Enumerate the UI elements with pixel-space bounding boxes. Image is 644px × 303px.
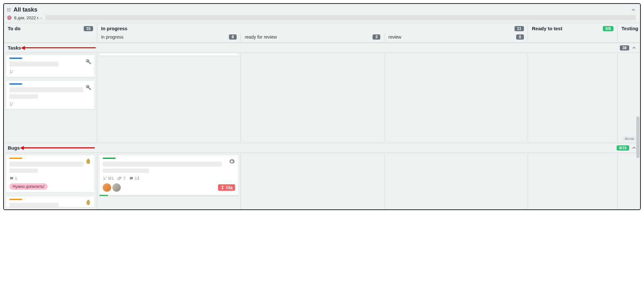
card-progress-bar	[99, 195, 238, 196]
subcolumn-count-badge: 8	[229, 34, 237, 40]
lane-sub-review[interactable]	[384, 53, 528, 143]
task-card[interactable]	[6, 80, 95, 109]
column-header-ready-to-test[interactable]: Ready to test 0/8	[528, 23, 618, 42]
drag-handle-icon[interactable]	[7, 8, 11, 12]
subcolumn-headers: in progress 8 ready for review 3 review …	[97, 33, 528, 41]
lane-testing[interactable]	[618, 153, 640, 209]
lane-sub-in-progress[interactable]: 0/1 7 13	[97, 153, 241, 209]
task-card[interactable]	[6, 196, 95, 207]
card-color-stripe	[103, 158, 116, 159]
column-title: To do	[8, 26, 21, 31]
column-title: Testing	[621, 26, 638, 31]
branch-icon	[9, 102, 14, 106]
sprint-date: 6 дек. 2022 г. -	[14, 15, 42, 20]
sprint-info-row: 6 дек. 2022 г. -	[4, 14, 640, 23]
subcolumn-title: review	[388, 34, 401, 40]
card-tag[interactable]: Нужно допилить!	[9, 183, 48, 190]
board-title: All tasks	[14, 6, 37, 13]
lane-sub-ready-for-review[interactable]	[241, 53, 384, 143]
lane-in-progress	[97, 53, 528, 143]
column-header-in-progress[interactable]: In progress 11 in progress 8 ready for r…	[97, 23, 528, 42]
lane-sub-ready-for-review[interactable]	[241, 153, 384, 209]
scrollbar-thumb[interactable]	[636, 116, 639, 158]
swimlane-body-tasks: Arrow	[4, 53, 640, 143]
sprint-name-redacted	[46, 15, 636, 20]
bee-icon	[85, 199, 91, 206]
wrench-icon	[85, 84, 91, 90]
swimlane-collapse-button[interactable]	[632, 46, 636, 50]
wrench-icon	[85, 58, 91, 65]
subcolumn-title: ready for review	[245, 34, 277, 40]
card-title-redacted	[103, 169, 149, 173]
card-title-redacted	[9, 161, 83, 167]
lane-sub-review[interactable]	[384, 153, 528, 209]
column-headers: To do 15 In progress 11 in progress 8 re…	[4, 23, 640, 43]
subcolumn-count-badge: 3	[373, 34, 380, 40]
column-header-todo[interactable]: To do 15	[4, 23, 97, 42]
card-color-stripe	[9, 83, 22, 85]
gear-icon	[229, 158, 235, 165]
svg-point-2	[9, 17, 10, 18]
swimlane-count-badge: 8/15	[617, 145, 629, 151]
swimlane-header-tasks[interactable]: Tasks 38	[4, 43, 640, 53]
card-title-redacted	[9, 61, 59, 67]
column-count-badge: 11	[515, 26, 524, 31]
subcolumn-header-ready-for-review[interactable]: ready for review 3	[241, 33, 384, 41]
subtasks-count: 0/1	[103, 176, 114, 181]
lane-ready-to-test[interactable]	[528, 153, 618, 209]
card-color-stripe	[9, 158, 22, 159]
task-card[interactable]: 1 Нужно допилить!	[6, 155, 95, 193]
assignee-avatar[interactable]	[103, 183, 111, 192]
card-title-redacted	[9, 94, 38, 99]
comments-count: 1	[9, 176, 17, 181]
subcolumn-header-in-progress[interactable]: in progress 8	[97, 33, 241, 41]
task-card-partial[interactable]	[99, 53, 239, 56]
swimlane-header-bugs[interactable]: Bugs 8/15	[4, 143, 640, 153]
target-icon	[7, 15, 12, 20]
annotation-label: Arrow	[623, 136, 636, 141]
column-count-badge: 15	[84, 26, 93, 31]
lane-todo[interactable]	[4, 53, 97, 143]
swimlane-collapse-button[interactable]	[632, 146, 636, 150]
lane-in-progress: 0/1 7 13	[97, 153, 528, 209]
overdue-badge: 19д	[218, 184, 235, 191]
assignee-avatar[interactable]	[112, 183, 121, 192]
column-count-badge: 0/8	[603, 26, 613, 31]
column-header-testing[interactable]: Testing	[618, 23, 640, 42]
board-collapse-button[interactable]	[631, 8, 636, 12]
card-title-redacted	[9, 203, 59, 207]
subcolumn-count-badge: 0	[516, 34, 524, 40]
attachments-count: 7	[118, 176, 125, 181]
column-title: Ready to test	[532, 26, 562, 31]
swimlane-count-badge: 38	[620, 45, 629, 50]
subcolumn-header-review[interactable]: review 0	[384, 33, 528, 41]
bee-icon	[85, 158, 91, 165]
card-title-redacted	[9, 87, 83, 92]
board-header: All tasks	[4, 4, 640, 14]
swimlane-body-bugs: 1 Нужно допилить!	[4, 153, 640, 209]
card-color-stripe	[9, 199, 22, 200]
card-title-redacted	[9, 169, 38, 173]
column-title: In progress	[101, 26, 128, 31]
annotation-arrow	[20, 146, 95, 150]
task-card[interactable]	[6, 55, 95, 77]
comments-count: 13	[129, 176, 139, 181]
task-card[interactable]: 0/1 7 13	[99, 155, 239, 196]
card-color-stripe	[9, 58, 22, 59]
card-title-redacted	[103, 161, 222, 167]
branch-icon	[9, 70, 14, 74]
subcolumn-title: in progress	[101, 34, 123, 40]
kanban-board: All tasks 6 дек. 2022 г. - To do 15 In p…	[3, 3, 641, 210]
swimlane-title: Tasks	[8, 45, 21, 50]
swimlane-title: Bugs	[8, 145, 20, 151]
annotation-arrow	[21, 46, 96, 50]
lane-sub-in-progress[interactable]	[97, 53, 241, 143]
lane-todo[interactable]: 1 Нужно допилить!	[4, 153, 97, 209]
lane-ready-to-test[interactable]	[528, 53, 618, 143]
